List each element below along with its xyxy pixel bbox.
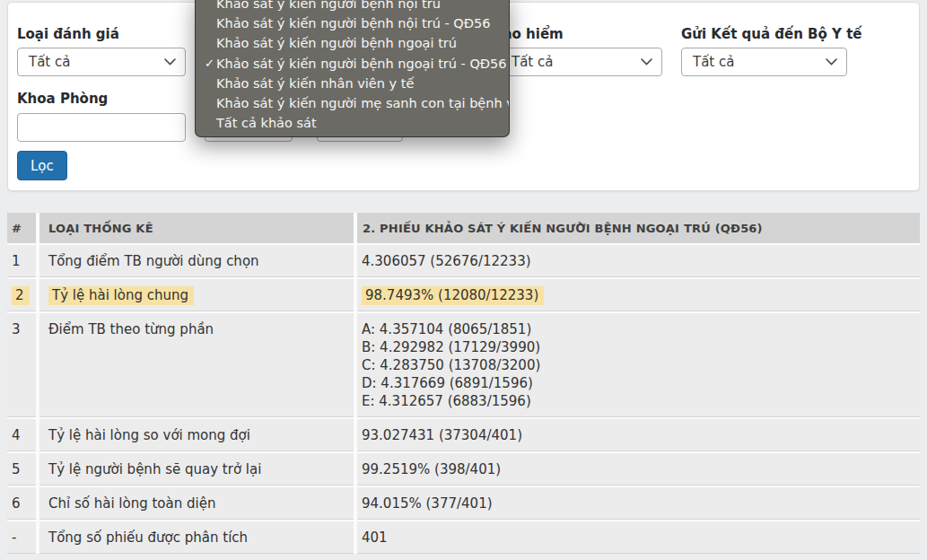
table-row-0-label: Tổng điểm TB người dùng chọn (39, 245, 354, 277)
table-row-0-index: 1 (7, 245, 36, 277)
filter-label-khoa-phong: Khoa Phòng (17, 91, 108, 107)
menu-item-survey-5[interactable]: Khảo sát ý kiến người mẹ sanh con tại bệ… (196, 93, 509, 113)
table-header-stat-type: LOẠI THỐNG KÊ (39, 213, 354, 243)
table-row-3-label: Tỷ lệ hài lòng so với mong đợi (39, 419, 354, 451)
table-row-2-value: A: 4.357104 (8065/1851)B: 4.292982 (1712… (357, 313, 920, 417)
menu-item-label: Khảo sát ý kiến người mẹ sanh con tại bệ… (216, 96, 510, 110)
table-row-4-value: 99.2519% (398/401) (357, 453, 920, 486)
value-line: A: 4.357104 (8065/1851) (362, 320, 911, 338)
table-row-5-index: 6 (7, 487, 36, 520)
menu-item-label: Khảo sát ý kiến người bệnh nội trú (216, 0, 441, 11)
menu-item-survey-1[interactable]: Khảo sát ý kiến người bệnh nội trú - QĐ5… (196, 13, 509, 33)
select-loai-danh-gia[interactable]: Tất cả (17, 48, 186, 76)
table-row-3-value: 93.027431 (37304/401) (357, 419, 920, 451)
menu-item-survey-4[interactable]: Khảo sát ý kiến nhân viên y tế (196, 74, 509, 93)
select-bao-hiem[interactable]: Tất cả (500, 48, 662, 76)
stats-table: #LOẠI THỐNG KÊ2. PHIẾU KHẢO SÁT Ý KIẾN N… (7, 213, 920, 554)
table-row-4-label: Tỷ lệ người bệnh sẽ quay trở lại (39, 453, 354, 486)
select-gui-ket-qua[interactable]: Tất cả (681, 48, 847, 76)
chevron-down-icon (826, 58, 837, 66)
table-header-index: # (7, 213, 36, 243)
value-line: 99.2519% (398/401) (362, 460, 911, 478)
filter-label-gui-ket-qua: Gửi Kết quả đến Bộ Y tế (681, 26, 862, 42)
table-header-survey: 2. PHIẾU KHẢO SÁT Ý KIẾN NGƯỜI BỆNH NGOẠ… (357, 213, 920, 243)
menu-item-label: Khảo sát ý kiến người bệnh nội trú - QĐ5… (216, 16, 490, 31)
select-loai-danh-gia-value: Tất cả (29, 54, 164, 70)
value-line: 94.015% (377/401) (362, 494, 911, 512)
value-line: C: 4.283750 (13708/3200) (362, 356, 911, 374)
menu-item-label: Khảo sát ý kiến nhân viên y tế (216, 76, 414, 91)
chevron-down-icon (641, 58, 652, 66)
chevron-down-icon (164, 58, 176, 66)
table-row-5-value: 94.015% (377/401) (357, 487, 920, 520)
khoa-phong-input[interactable] (17, 113, 186, 142)
survey-type-dropdown-menu: Khảo sát ý kiến người bệnh nội trúKhảo s… (195, 0, 510, 137)
checkmark-icon: ✓ (205, 54, 214, 74)
table-row-6-value: 401 (357, 521, 920, 554)
menu-item-label: Khảo sát ý kiến người bệnh ngoại trú - Q… (216, 57, 507, 71)
menu-item-survey-2[interactable]: Khảo sát ý kiến người bệnh ngoại trú (196, 33, 509, 53)
loc-filter-button[interactable]: Lọc (17, 151, 67, 180)
select-gui-ket-qua-value: Tất cả (693, 54, 826, 70)
value-line: B: 4.292982 (17129/3990) (362, 338, 911, 356)
menu-item-survey-0[interactable]: Khảo sát ý kiến người bệnh nội trú (196, 0, 509, 13)
table-row-1-index: 2 (7, 279, 36, 311)
table-row-5-label: Chỉ số hài lòng toàn diện (39, 487, 354, 520)
table-row-2-index: 3 (7, 313, 36, 417)
value-line: 401 (362, 529, 911, 547)
menu-item-label: Khảo sát ý kiến người bệnh ngoại trú (216, 36, 457, 50)
table-row-3-index: 4 (7, 419, 36, 451)
table-row-2-label: Điểm TB theo từng phần (39, 313, 354, 417)
table-row-1-label: Tỷ lệ hài lòng chung (39, 279, 354, 311)
table-row-0-value: 4.306057 (52676/12233) (357, 245, 920, 277)
value-line: 4.306057 (52676/12233) (362, 252, 911, 270)
menu-item-survey-3[interactable]: ✓Khảo sát ý kiến người bệnh ngoại trú - … (196, 54, 509, 74)
value-line: E: 4.312657 (6883/1596) (362, 392, 911, 410)
value-line: 93.027431 (37304/401) (362, 426, 911, 444)
menu-item-label: Tất cả khảo sát (216, 116, 317, 130)
table-row-6-label: Tổng số phiếu được phân tích (39, 521, 354, 554)
table-row-6-index: - (7, 521, 36, 554)
value-line: D: 4.317669 (6891/1596) (362, 374, 911, 392)
select-bao-hiem-value: Tất cả (512, 54, 641, 70)
filter-label-loai-danh-gia: Loại đánh giá (17, 26, 119, 42)
table-row-4-index: 5 (7, 453, 36, 486)
table-row-1-value: 98.7493% (12080/12233) (357, 279, 920, 311)
menu-item-survey-6[interactable]: Tất cả khảo sát (196, 113, 509, 133)
